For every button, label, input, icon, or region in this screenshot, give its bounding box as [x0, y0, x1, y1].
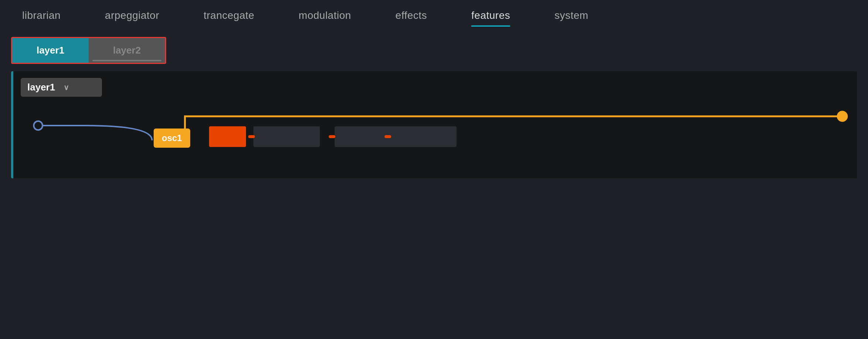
layer1-tab[interactable]: layer1 — [12, 38, 89, 63]
tab-features[interactable]: features — [471, 10, 510, 24]
layer2-tab[interactable]: layer2 — [89, 38, 165, 63]
module-block-3[interactable] — [390, 126, 457, 147]
connector-2 — [329, 135, 335, 138]
tab-librarian[interactable]: librarian — [22, 10, 61, 24]
blue-wire-start-circle — [34, 121, 42, 130]
module-block-1[interactable] — [253, 126, 320, 147]
main-panel: layer1 ∨ osc1 — [11, 71, 857, 178]
signal-canvas: osc1 — [13, 100, 857, 174]
filter-block-1[interactable] — [209, 126, 246, 147]
layer-dropdown[interactable]: layer1 ∨ — [21, 78, 102, 97]
osc1-block[interactable]: osc1 — [154, 129, 190, 148]
tab-system[interactable]: system — [554, 10, 588, 24]
layer-selector: layer1 layer2 — [11, 37, 166, 64]
layer-dropdown-label: layer1 — [27, 82, 59, 93]
tab-trancegate[interactable]: trancegate — [204, 10, 254, 24]
blue-wire-path — [42, 126, 152, 140]
tab-arpeggiator[interactable]: arpeggiator — [105, 10, 159, 24]
connector-1 — [248, 135, 255, 138]
nav-tabs: librarian arpeggiator trancegate modulat… — [0, 0, 868, 33]
orange-wire-end-circle — [837, 111, 848, 121]
tab-modulation[interactable]: modulation — [299, 10, 351, 24]
connector-3 — [385, 135, 391, 138]
chevron-down-icon: ∨ — [64, 83, 95, 92]
tab-effects[interactable]: effects — [396, 10, 427, 24]
